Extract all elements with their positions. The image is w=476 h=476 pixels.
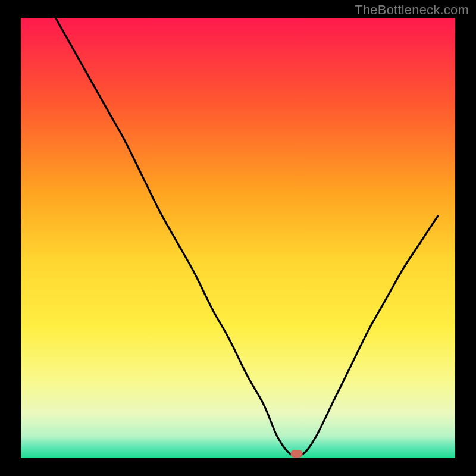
chart-container: TheBottleneck.com (0, 0, 476, 476)
optimal-marker (291, 450, 303, 458)
bottleneck-chart (0, 0, 476, 476)
plot-background (21, 18, 455, 458)
watermark-text: TheBottleneck.com (355, 2, 469, 18)
